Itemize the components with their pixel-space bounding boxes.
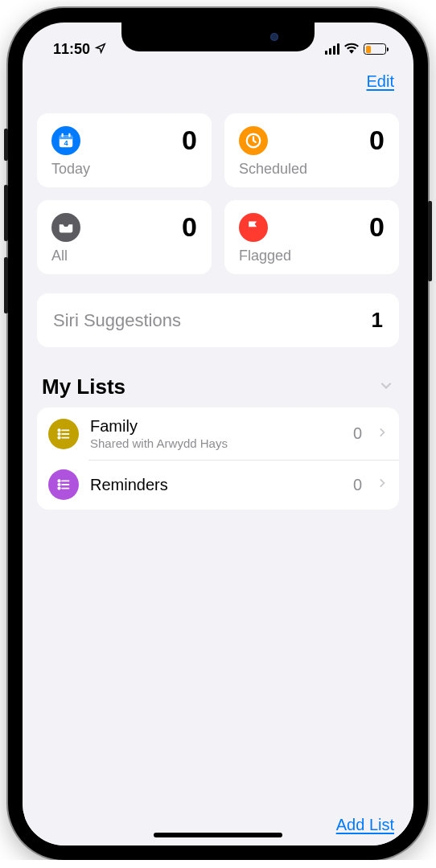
svg-point-8 bbox=[58, 432, 60, 434]
battery-icon bbox=[364, 43, 386, 55]
list-subtitle: Shared with Arwydd Hays bbox=[90, 436, 342, 450]
flag-icon bbox=[239, 213, 268, 242]
camera-dot bbox=[270, 33, 278, 41]
card-today-label: Today bbox=[51, 161, 197, 178]
svg-point-10 bbox=[58, 436, 60, 438]
list-name: Reminders bbox=[90, 476, 342, 494]
card-today[interactable]: 4 0 Today bbox=[37, 113, 212, 187]
mute-switch bbox=[4, 129, 8, 161]
power-button bbox=[428, 201, 432, 281]
device-frame: 11:50 Edit bbox=[8, 8, 428, 860]
clock-icon bbox=[239, 126, 268, 155]
svg-point-16 bbox=[58, 487, 60, 489]
add-list-button[interactable]: Add List bbox=[336, 816, 394, 834]
volume-up-button bbox=[4, 185, 8, 241]
volume-down-button bbox=[4, 257, 8, 313]
section-title: My Lists bbox=[42, 375, 125, 399]
svg-point-14 bbox=[58, 484, 60, 485]
svg-point-6 bbox=[58, 429, 60, 431]
wifi-icon bbox=[344, 41, 359, 58]
svg-point-12 bbox=[58, 480, 60, 481]
edit-button[interactable]: Edit bbox=[367, 72, 394, 91]
siri-suggestions-count: 1 bbox=[372, 308, 383, 333]
content: 4 0 Today 0 Scheduled 0 bbox=[23, 97, 413, 803]
list-row-family[interactable]: Family Shared with Arwydd Hays 0 bbox=[37, 407, 399, 460]
location-icon bbox=[95, 41, 106, 58]
card-flagged[interactable]: 0 Flagged bbox=[224, 200, 399, 274]
card-scheduled-count: 0 bbox=[268, 125, 385, 156]
list-name: Family bbox=[90, 417, 342, 436]
svg-rect-3 bbox=[68, 133, 70, 137]
chevron-right-icon bbox=[376, 476, 388, 493]
tray-icon bbox=[51, 213, 80, 242]
card-flagged-label: Flagged bbox=[239, 248, 385, 264]
chevron-down-icon bbox=[378, 378, 394, 397]
cellular-icon bbox=[325, 43, 340, 55]
card-flagged-count: 0 bbox=[268, 211, 385, 243]
svg-rect-2 bbox=[62, 133, 64, 137]
list-icon bbox=[48, 469, 79, 500]
card-today-count: 0 bbox=[80, 125, 197, 156]
cards-grid: 4 0 Today 0 Scheduled 0 bbox=[37, 113, 399, 274]
screen: 11:50 Edit bbox=[23, 23, 413, 845]
card-all-label: All bbox=[51, 248, 197, 264]
home-indicator[interactable] bbox=[154, 833, 282, 837]
siri-suggestions-row[interactable]: Siri Suggestions 1 bbox=[37, 293, 399, 347]
my-lists-header[interactable]: My Lists bbox=[42, 375, 394, 399]
chevron-right-icon bbox=[376, 425, 388, 443]
card-all-count: 0 bbox=[80, 211, 197, 243]
card-scheduled[interactable]: 0 Scheduled bbox=[224, 113, 399, 187]
list-count: 0 bbox=[353, 476, 362, 494]
list-count: 0 bbox=[353, 424, 362, 443]
card-scheduled-label: Scheduled bbox=[239, 161, 385, 178]
bottom-bar: Add List bbox=[23, 803, 413, 845]
calendar-today-icon: 4 bbox=[51, 126, 80, 155]
list-icon bbox=[48, 419, 79, 449]
card-all[interactable]: 0 All bbox=[37, 200, 212, 274]
list-row-reminders[interactable]: Reminders 0 bbox=[37, 460, 399, 510]
navigation-bar: Edit bbox=[23, 64, 413, 97]
status-time: 11:50 bbox=[53, 41, 90, 58]
lists-container: Family Shared with Arwydd Hays 0 Reminde… bbox=[37, 407, 399, 510]
notch bbox=[121, 23, 315, 51]
siri-suggestions-label: Siri Suggestions bbox=[53, 310, 181, 331]
